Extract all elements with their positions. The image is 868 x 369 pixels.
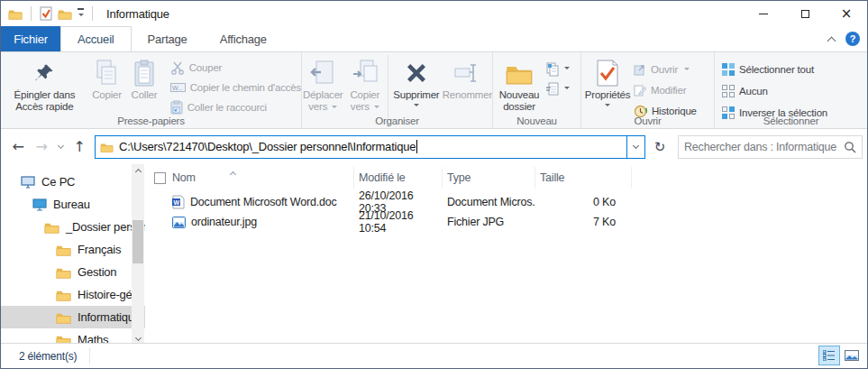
address-bar-input[interactable]: C:\Users\721470\Desktop\_Dossier personn… (95, 135, 645, 159)
search-input[interactable]: Rechercher dans : Informatique (678, 135, 863, 159)
maximize-button[interactable] (784, 1, 826, 26)
paste-shortcut-icon (170, 100, 183, 115)
folder-icon (56, 244, 71, 256)
sidebar-item-dossier-personnel[interactable]: _Dossier personnel (1, 216, 145, 238)
divider (92, 6, 93, 21)
file-row-word-doc[interactable]: W Document Microsoft Word.doc 26/10/2016… (145, 192, 867, 212)
tab-accueil[interactable]: Accueil (60, 26, 132, 51)
new-folder-icon (506, 57, 533, 89)
modifier-button[interactable]: Modifier (634, 81, 697, 99)
renommer-button[interactable]: Renommer (443, 55, 492, 115)
minimize-icon (759, 14, 768, 14)
coller-button[interactable]: Coller (125, 55, 162, 115)
delete-icon (405, 57, 428, 89)
couper-button[interactable]: Couper (170, 59, 301, 77)
group-label: Nouveau (493, 115, 580, 126)
ribbon-tab-row: Fichier Accueil Partage Affichage (1, 26, 867, 51)
up-button[interactable]: ↑ (68, 135, 91, 159)
file-list: Nom Modifié le Type Taille W Document Mi… (145, 164, 867, 345)
qat-customize-icon[interactable] (78, 8, 84, 19)
file-row-ordinateur-jpg[interactable]: ordinateur.jpg 21/10/2016 10:54 Fichier … (145, 212, 867, 232)
sidebar-item-histoire-geo[interactable]: Histoire-géo (1, 283, 145, 306)
pin-to-quick-access-button[interactable]: Épingler dans Accès rapide (1, 55, 88, 115)
deplacer-vers-button[interactable]: Déplacer vers (302, 55, 344, 115)
explorer-window: Informatique × Fichier Accueil Partage A… (0, 0, 868, 369)
copy-path-icon: W... (170, 82, 186, 93)
title-bar: Informatique × (1, 1, 867, 26)
group-nouveau: Nouveau dossier Nouveau (492, 52, 580, 128)
sidebar-scrollbar[interactable] (132, 164, 144, 345)
details-view-icon (823, 350, 836, 361)
thumbnails-view-icon (845, 350, 859, 361)
properties-icon (596, 57, 619, 89)
tab-affichage[interactable]: Affichage (204, 26, 283, 51)
select-none-icon (722, 85, 735, 97)
app-folder-icon (8, 8, 23, 20)
tab-partage[interactable]: Partage (132, 26, 204, 51)
qat-new-folder-icon[interactable] (58, 8, 72, 20)
dropdown-arrow-icon (684, 68, 690, 73)
selectionner-tout-button[interactable]: Sélectionner tout (722, 60, 827, 78)
sidebar-item-bureau[interactable]: Bureau (1, 193, 145, 216)
move-to-icon (309, 57, 336, 89)
word-document-icon: W (172, 195, 185, 209)
nouvel-element-button[interactable] (545, 60, 570, 78)
image-file-icon (172, 217, 186, 228)
easy-access-icon (545, 82, 560, 97)
aucun-button[interactable]: Aucun (722, 82, 827, 100)
dropdown-arrow-icon (564, 87, 570, 92)
acces-facile-button[interactable] (545, 80, 570, 98)
column-header-type[interactable]: Type (443, 167, 535, 189)
copier-vers-button[interactable]: Copier vers (344, 55, 387, 115)
search-icon (844, 141, 856, 153)
collapse-ribbon-icon[interactable] (827, 36, 836, 45)
recent-locations-button[interactable] (53, 135, 68, 159)
dropdown-arrow-icon (332, 106, 337, 111)
proprietes-button[interactable]: Propriétés (581, 55, 634, 115)
tab-fichier[interactable]: Fichier (1, 26, 60, 51)
address-dropdown-button[interactable] (626, 136, 644, 158)
copier-button[interactable]: Copier (88, 55, 125, 115)
help-icon[interactable]: ? (845, 32, 860, 46)
ribbon: Épingler dans Accès rapide Copier Coller (1, 51, 867, 129)
window-title: Informatique (106, 7, 169, 21)
column-header-taille[interactable]: Taille (535, 167, 632, 189)
open-icon (634, 63, 646, 76)
column-header-nom[interactable]: Nom (145, 167, 354, 189)
close-button[interactable]: × (826, 1, 867, 26)
pin-icon (33, 57, 55, 89)
divider (31, 6, 32, 21)
dropdown-arrow-icon (414, 104, 419, 109)
sidebar-item-francais[interactable]: Français (1, 238, 145, 261)
qat-properties-icon[interactable] (40, 6, 52, 21)
new-item-icon (545, 62, 560, 77)
supprimer-button[interactable]: Supprimer (390, 55, 443, 115)
paste-icon (132, 57, 156, 89)
thumbnails-view-button[interactable] (842, 346, 862, 364)
ouvrir-button[interactable]: Ouvrir (634, 60, 697, 78)
scrollbar-thumb[interactable] (132, 220, 143, 263)
maximize-icon (801, 10, 809, 18)
back-button[interactable]: ← (6, 135, 30, 159)
svg-text:W...: W... (172, 85, 183, 91)
coller-raccourci-button[interactable]: Coller le raccourci (170, 98, 301, 116)
select-all-checkbox[interactable] (154, 172, 166, 184)
column-header-modifie-le[interactable]: Modifié le (354, 167, 443, 189)
minimize-button[interactable] (743, 1, 784, 26)
sidebar-item-gestion[interactable]: Gestion (1, 261, 145, 283)
folder-icon (56, 289, 71, 301)
status-bar: 2 élément(s) (1, 343, 867, 368)
group-organiser: Déplacer vers Copier vers Supprimer (301, 52, 492, 128)
refresh-button[interactable]: ↻ (649, 135, 671, 159)
folder-icon (56, 266, 71, 279)
forward-button[interactable]: → (30, 135, 53, 159)
copier-chemin-button[interactable]: W... Copier le chemin d'accès (170, 78, 301, 97)
nouveau-dossier-button[interactable]: Nouveau dossier (493, 55, 545, 115)
details-view-button[interactable] (819, 346, 839, 364)
item-count: 2 élément(s) (19, 350, 77, 363)
group-label: Presse-papiers (1, 115, 301, 126)
scroll-up-icon[interactable] (132, 164, 144, 177)
scrollbar-track[interactable] (132, 177, 144, 332)
sidebar-item-informatique[interactable]: Informatique (1, 306, 145, 328)
sidebar-item-ce-pc[interactable]: Ce PC (1, 171, 145, 193)
